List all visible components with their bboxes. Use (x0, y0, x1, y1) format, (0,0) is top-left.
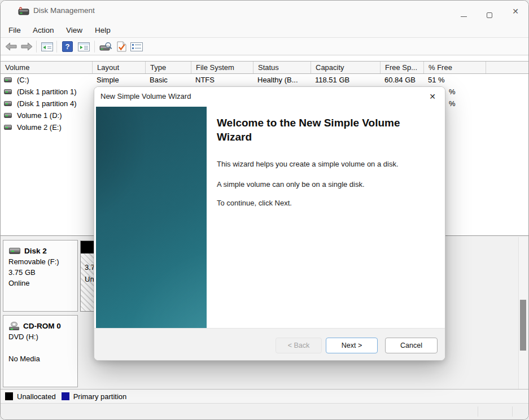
primary-partition-swatch (62, 392, 69, 400)
new-simple-volume-wizard-dialog: New Simple Volume Wizard ✕ Welcome to th… (94, 86, 445, 361)
cell-pct-free: 51 % (424, 74, 486, 86)
show-action-pane-icon (78, 42, 90, 51)
disk-management-window: Disk Management ✕ File Action View Help (0, 0, 529, 420)
scrollbar-thumb[interactable] (520, 300, 526, 351)
column-header-status[interactable]: Status (253, 62, 311, 73)
close-icon: ✕ (429, 92, 436, 101)
menubar: File Action View Help (1, 22, 528, 38)
menu-file[interactable]: File (6, 24, 23, 36)
drive-status: No Media (3, 355, 77, 363)
disk-status: Online (3, 279, 77, 287)
column-header-type[interactable]: Type (146, 62, 191, 73)
wizard-paragraph: This wizard helps you create a simple vo… (217, 160, 434, 168)
volume-name: Volume 2 (E:) (17, 121, 62, 133)
column-header-volume[interactable]: Volume (1, 62, 93, 73)
column-header-capacity[interactable]: Capacity (311, 62, 381, 73)
legend-label: Primary partition (73, 392, 127, 401)
wizard-paragraph: To continue, click Next. (217, 199, 434, 207)
column-header-file-system[interactable]: File System (191, 62, 253, 73)
help-button[interactable]: ? (60, 40, 75, 54)
column-header-empty[interactable] (486, 62, 528, 73)
show-console-tree-icon (41, 42, 53, 51)
unallocated-swatch (5, 392, 13, 400)
column-header-pct-free[interactable]: % Free (424, 62, 486, 73)
toolbar: ? (1, 38, 528, 55)
volume-icon (4, 89, 12, 94)
drive-media: DVD (H:) (3, 333, 77, 341)
back-wizard-button[interactable]: < Back (276, 338, 322, 353)
back-button[interactable] (4, 40, 18, 54)
volume-icon (4, 77, 12, 82)
wizard-content: Welcome to the New Simple Volume Wizard … (207, 106, 445, 328)
disk-size: 3.75 GB (3, 268, 77, 277)
volume-icon (4, 101, 12, 106)
titlebar[interactable]: Disk Management ✕ (1, 1, 528, 22)
toolbar-separator (56, 41, 57, 53)
next-wizard-button[interactable]: Next > (326, 338, 378, 353)
properties-icon (130, 42, 143, 51)
cancel-wizard-button[interactable]: Cancel (385, 338, 438, 353)
close-icon: ✕ (502, 1, 528, 22)
volume-name: Volume 1 (D:) (17, 110, 62, 121)
check-disk-icon (117, 41, 126, 52)
check-disk-button[interactable] (115, 40, 129, 54)
wizard-paragraph: A simple volume can only be on a single … (217, 180, 434, 189)
volume-name: (Disk 1 partition 1) (17, 86, 76, 98)
close-button[interactable]: ✕ (502, 1, 528, 22)
volume-name: (Disk 1 partition 4) (17, 98, 76, 110)
dialog-titlebar[interactable]: New Simple Volume Wizard ✕ (94, 87, 445, 106)
disk-name: Disk 2 (24, 247, 47, 255)
dialog-title: New Simple Volume Wizard (100, 92, 191, 100)
window-title: Disk Management (33, 6, 95, 15)
menu-help[interactable]: Help (93, 24, 113, 36)
properties-button[interactable] (129, 40, 143, 54)
vertical-scrollbar[interactable] (518, 237, 527, 389)
volume-icon (4, 125, 12, 130)
volume-name: (C:) (17, 74, 29, 86)
wizard-heading: Welcome to the New Simple Volume Wizard (217, 116, 425, 144)
legend-bar: Unallocated Primary partition (1, 389, 528, 403)
status-divider (512, 406, 513, 417)
cdrom-label-box[interactable]: CD-ROM 0 DVD (H:) No Media (3, 315, 78, 387)
legend-label: Unallocated (17, 392, 56, 401)
help-icon: ? (62, 41, 73, 52)
cell-layout: Simple (93, 74, 146, 86)
maximize-icon (487, 12, 492, 18)
toolbar-separator (36, 41, 37, 53)
cell-type: Basic (146, 74, 191, 86)
dialog-close-button[interactable]: ✕ (426, 90, 439, 103)
minimize-button[interactable] (451, 1, 476, 22)
drive-name: CD-ROM 0 (23, 322, 61, 330)
dialog-body: Welcome to the New Simple Volume Wizard … (94, 106, 445, 328)
cell-file-system: NTFS (191, 74, 253, 86)
column-header-free-space[interactable]: Free Sp... (381, 62, 424, 73)
rescan-disks-icon (99, 42, 112, 52)
cell-capacity: 118.51 GB (311, 74, 381, 86)
disk2-label-box[interactable]: Disk 2 Removable (F:) 3.75 GB Online (3, 240, 78, 312)
toolbar-separator (94, 41, 95, 53)
status-bar (1, 403, 528, 419)
app-icon (18, 7, 29, 15)
volume-table-header: Volume Layout Type File System Status Ca… (1, 61, 528, 74)
show-console-tree-button[interactable] (40, 40, 54, 54)
wizard-watermark-image (96, 107, 207, 328)
show-action-pane-button[interactable] (77, 40, 91, 54)
column-header-layout[interactable]: Layout (93, 62, 146, 73)
cdrom-icon (9, 322, 19, 330)
status-divider (478, 406, 478, 417)
cell-status: Healthy (B... (253, 74, 311, 86)
disk-icon (9, 248, 20, 254)
back-icon (5, 42, 17, 51)
table-row[interactable]: (C:) Simple Basic NTFS Healthy (B... 118… (1, 74, 528, 86)
rescan-disks-button[interactable] (99, 40, 113, 54)
volume-icon (4, 113, 12, 118)
dialog-footer: < Back Next > Cancel (94, 328, 445, 360)
maximize-button[interactable] (476, 1, 502, 22)
menu-action[interactable]: Action (30, 24, 56, 36)
disk-media: Removable (F:) (3, 257, 77, 266)
forward-button[interactable] (20, 40, 34, 54)
menu-view[interactable]: View (64, 24, 85, 36)
cell-free-space: 60.84 GB (381, 74, 424, 86)
minimize-icon (461, 16, 467, 17)
forward-icon (21, 42, 33, 51)
